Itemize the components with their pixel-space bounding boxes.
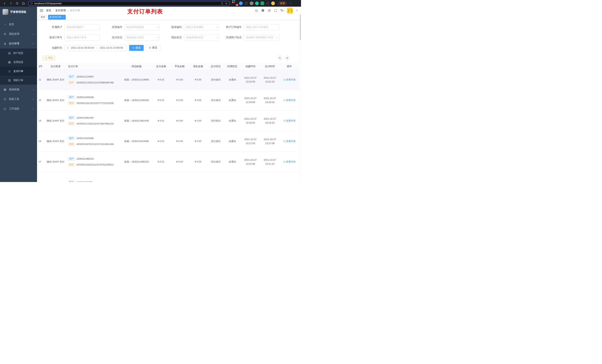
cell-id: 19 bbox=[39, 110, 45, 131]
sidebar-item-pay-order[interactable]: ◎ 支付订单 bbox=[0, 67, 37, 76]
user-avatar[interactable] bbox=[287, 8, 293, 14]
merchant-order-no-input[interactable] bbox=[244, 24, 279, 30]
cell-pay-order: 商户1635311468233 支付4200001194202110276752… bbox=[66, 151, 121, 172]
cell-refund: ¥ 0.00 bbox=[189, 131, 207, 151]
tab-home[interactable]: 首页 bbox=[39, 15, 47, 20]
view-detail-link[interactable]: 查看详情 bbox=[283, 160, 296, 164]
sidebar-item-refund-order[interactable]: ▥ 退款订单 bbox=[0, 76, 37, 85]
cell-title: 标题：1635312124656 bbox=[121, 69, 152, 90]
url-text[interactable]: localhost:1024/pay/order bbox=[34, 2, 219, 5]
share-icon[interactable] bbox=[221, 2, 224, 5]
sidebar-item-infra[interactable]: ▩ 基础设施 bbox=[0, 85, 37, 94]
reset-button[interactable]: 重置 bbox=[146, 45, 160, 51]
filter-label: 应用编号 bbox=[100, 26, 124, 29]
search-button-label: 搜索 bbox=[136, 46, 141, 50]
create-time-range-picker[interactable]: 2021-10-01 00:00:00 - 2021-10-31 23:59:5… bbox=[64, 45, 127, 51]
table-row: 21 微信 JSAPI 支付 商户1635312124657 支付4200001… bbox=[39, 69, 299, 90]
extension-icon-green-circle[interactable] bbox=[255, 1, 259, 5]
home-icon[interactable] bbox=[21, 1, 26, 6]
browser-toolbar: localhost:1024/pay/order 10 更新 ⋮ bbox=[0, 0, 301, 7]
channel-order-no-input[interactable] bbox=[64, 35, 100, 41]
toggle-search-button[interactable] bbox=[277, 55, 282, 61]
cell-pay-order: 商户163531185798 bbox=[66, 172, 121, 182]
view-detail-link[interactable]: 查看详情 bbox=[283, 119, 296, 123]
app-no-select[interactable]: 请选择应用信息 bbox=[124, 24, 160, 30]
cell-actions: 查看详情 bbox=[280, 151, 299, 172]
sidebar-item-devtools[interactable]: ⊡ 研发工具 bbox=[0, 94, 37, 104]
tab-pay-order[interactable]: 支付订单 bbox=[48, 15, 66, 20]
extension-icon-dark[interactable] bbox=[244, 1, 248, 5]
bookmark-star-icon[interactable] bbox=[225, 2, 228, 5]
collapse-sidebar-icon[interactable] bbox=[40, 9, 43, 12]
site-info-icon[interactable] bbox=[30, 2, 33, 5]
date-start[interactable]: 2021-10-01 00:00:00 bbox=[71, 46, 94, 49]
logo-row[interactable]: 芋道管理系统 bbox=[0, 7, 37, 17]
channel-code-select[interactable]: 请输入渠道编码 bbox=[184, 24, 219, 30]
col-channel: 支付渠道 bbox=[45, 63, 66, 69]
cell-channel: 微信 JSAPI 支付 bbox=[45, 90, 66, 110]
sidebar-item-merchant-info[interactable]: ▤ 商户信息 bbox=[0, 48, 37, 58]
notify-status-select[interactable]: 请选择订单回调商户状态 bbox=[244, 35, 279, 41]
back-icon[interactable] bbox=[2, 1, 7, 6]
view-detail-link[interactable]: 查看详情 bbox=[283, 140, 296, 143]
fullscreen-icon[interactable] bbox=[274, 9, 277, 12]
extension-icon-face[interactable] bbox=[271, 1, 275, 5]
reload-icon[interactable] bbox=[14, 1, 20, 6]
extension-icon-sage[interactable] bbox=[250, 1, 253, 5]
pay-status-select[interactable]: 请选择支付状态 bbox=[124, 35, 160, 41]
merchant-order-no: 1635311949168 bbox=[76, 96, 94, 99]
sidebar-item-label: 应用信息 bbox=[13, 61, 23, 64]
sidebar-item-system[interactable]: ⚙ 系统管理 bbox=[0, 29, 37, 39]
infra-icon: ▩ bbox=[3, 88, 7, 91]
chevron-down-icon bbox=[156, 26, 158, 28]
page-scrollbar[interactable] bbox=[300, 7, 301, 182]
font-size-icon[interactable] bbox=[280, 9, 284, 12]
merchant-tag: 商户 bbox=[68, 180, 75, 182]
sidebar-item-workflow[interactable]: ◫ 工作流程 bbox=[0, 104, 37, 114]
refresh-button[interactable] bbox=[284, 55, 290, 61]
sidebar-item-payment[interactable]: ¥ 支付管理 bbox=[0, 39, 37, 48]
cell-created: 2021-10-2713:22:05 bbox=[241, 69, 260, 90]
chevron-down-icon bbox=[32, 88, 34, 90]
cell-notify: 未通知 bbox=[224, 90, 241, 110]
sidebar-item-app-info[interactable]: ▦ 应用信息 bbox=[0, 58, 37, 67]
cell-fee: ¥ 0.00 bbox=[170, 110, 189, 131]
merchant-select-input[interactable] bbox=[64, 24, 100, 30]
merchant-order-no: 1635312124657 bbox=[76, 75, 94, 78]
forward-icon[interactable] bbox=[8, 1, 13, 6]
refund-status-select[interactable]: 请选择退款状态 bbox=[184, 35, 219, 41]
extension-icon-blue[interactable] bbox=[239, 1, 243, 5]
pay-tag: 支付 bbox=[68, 163, 75, 167]
export-button[interactable]: 导出 bbox=[43, 55, 55, 61]
breadcrumb-home[interactable]: 首页 bbox=[46, 9, 51, 12]
extension-icon-puzzle[interactable] bbox=[266, 1, 269, 5]
browser-update-button[interactable]: 更新 bbox=[278, 1, 287, 6]
col-actions: 操作 bbox=[280, 63, 299, 69]
search-button[interactable]: 搜索 bbox=[129, 45, 144, 51]
github-icon[interactable] bbox=[261, 9, 265, 12]
caret-down-icon[interactable] bbox=[296, 10, 298, 11]
date-end[interactable]: 2021-10-31 23:59:59 bbox=[100, 46, 123, 49]
close-icon[interactable] bbox=[62, 16, 64, 18]
sidebar-item-home[interactable]: ◔ 首页 bbox=[0, 20, 37, 29]
view-detail-link[interactable]: 查看详情 bbox=[283, 78, 296, 81]
merchant-tag: 商户 bbox=[68, 136, 75, 140]
address-bar[interactable]: localhost:1024/pay/order bbox=[28, 1, 230, 6]
cell-actions: 查看详情 bbox=[280, 110, 299, 131]
col-created: 创建时间 bbox=[241, 63, 260, 69]
view-detail-link[interactable]: 查看详情 bbox=[283, 99, 296, 102]
extension-icon-green-square[interactable] bbox=[260, 1, 264, 5]
select-placeholder: 请选择应用信息 bbox=[127, 26, 156, 29]
col-id: 编号 bbox=[39, 63, 45, 69]
browser-menu-icon[interactable]: ⋮ bbox=[288, 2, 293, 5]
merchant-order-no: 1635311881440 bbox=[76, 116, 94, 119]
breadcrumb-payment[interactable]: 支付管理 bbox=[55, 9, 66, 12]
merchant-tag: 商户 bbox=[68, 116, 75, 120]
breadcrumb-current: 支付订单 bbox=[70, 9, 80, 12]
help-icon[interactable] bbox=[268, 9, 271, 12]
search-icon[interactable] bbox=[255, 9, 258, 12]
apps-grid-icon[interactable]: 10 bbox=[234, 1, 237, 5]
cell-pay-order: 商户1635312124657 支付4200001174202110278060… bbox=[66, 69, 121, 90]
filter-form: 所属商户 应用编号 请选择应用信息 渠道编码 请输入渠道编码 商户订单编号 渠道… bbox=[37, 20, 301, 55]
col-pay-order: 支付订单 bbox=[66, 63, 121, 69]
